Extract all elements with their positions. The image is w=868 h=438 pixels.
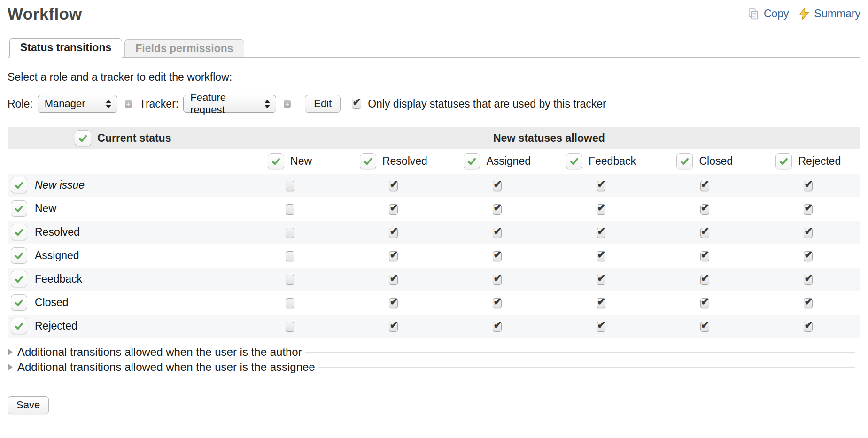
lightning-icon: [798, 8, 810, 20]
transition-cell: [757, 268, 860, 291]
transition-checkbox[interactable]: [286, 204, 294, 215]
check-all-button[interactable]: [11, 271, 27, 287]
transition-checkbox[interactable]: [804, 275, 813, 285]
transition-checkbox[interactable]: [493, 181, 502, 191]
transition-checkbox[interactable]: [804, 251, 813, 261]
table-row: Resolved: [8, 221, 860, 244]
transition-cell: [445, 244, 549, 268]
transition-checkbox[interactable]: [493, 228, 502, 238]
check-all-button[interactable]: [775, 153, 792, 169]
transition-checkbox[interactable]: [700, 322, 709, 332]
check-all-button[interactable]: [11, 177, 27, 193]
transition-checkbox[interactable]: [389, 322, 398, 332]
transition-checkbox[interactable]: [286, 251, 294, 261]
role-select[interactable]: Manager: [38, 95, 117, 113]
tab-fields-permissions[interactable]: Fields permissions: [124, 39, 244, 58]
check-all-button[interactable]: [360, 153, 376, 169]
transition-checkbox[interactable]: [804, 204, 813, 215]
transition-checkbox[interactable]: [493, 322, 502, 332]
column-header: Rejected: [757, 149, 860, 174]
transition-checkbox[interactable]: [493, 204, 502, 215]
transition-checkbox[interactable]: [389, 181, 398, 191]
green-check-icon: [14, 321, 24, 331]
transition-checkbox[interactable]: [389, 251, 398, 261]
transition-checkbox[interactable]: [286, 298, 294, 308]
column-header-label: Assigned: [486, 155, 531, 168]
table-row: Closed: [8, 291, 860, 315]
copy-link[interactable]: Copy: [747, 8, 789, 20]
green-check-icon: [271, 156, 281, 166]
green-check-icon: [14, 298, 24, 307]
check-all-button[interactable]: [75, 130, 91, 146]
transition-checkbox[interactable]: [493, 251, 502, 261]
only-display-checkbox[interactable]: [352, 99, 361, 109]
table-row: New: [8, 197, 860, 221]
transition-checkbox[interactable]: [286, 228, 294, 238]
check-all-button[interactable]: [676, 153, 693, 169]
transition-checkbox[interactable]: [389, 228, 398, 238]
green-check-icon: [14, 180, 24, 190]
transition-checkbox[interactable]: [804, 322, 813, 332]
transition-checkbox[interactable]: [597, 181, 605, 191]
check-all-button[interactable]: [566, 153, 582, 169]
transition-cell: [549, 315, 653, 338]
expand-role-select-icon[interactable]: +: [125, 100, 132, 108]
transition-checkbox[interactable]: [700, 275, 709, 285]
check-all-button[interactable]: [11, 247, 27, 264]
check-all-button[interactable]: [11, 200, 27, 217]
transition-checkbox[interactable]: [597, 298, 605, 308]
transition-checkbox[interactable]: [597, 204, 605, 215]
table-row: New issue: [8, 174, 860, 197]
transition-cell: [549, 291, 653, 315]
contextual-actions: Copy Summary: [747, 8, 860, 20]
transition-checkbox[interactable]: [700, 251, 709, 261]
transition-checkbox[interactable]: [493, 275, 502, 285]
tracker-select[interactable]: Feature request: [183, 95, 276, 113]
transition-cell: [549, 174, 653, 197]
check-all-button[interactable]: [268, 153, 284, 169]
transition-checkbox[interactable]: [286, 275, 294, 285]
tab-status-transitions[interactable]: Status transitions: [9, 38, 122, 58]
transition-checkbox[interactable]: [286, 322, 294, 332]
edit-button[interactable]: Edit: [305, 95, 341, 113]
summary-link[interactable]: Summary: [798, 8, 860, 20]
check-all-button[interactable]: [11, 318, 27, 334]
transition-cell: [445, 315, 549, 338]
column-header: Feedback: [549, 149, 653, 174]
transition-checkbox[interactable]: [700, 298, 709, 308]
collapsed-arrow-icon[interactable]: [8, 363, 13, 371]
current-status-header-label: Current status: [97, 132, 171, 145]
author-transitions-label[interactable]: Additional transitions allowed when the …: [17, 346, 302, 359]
collapsed-arrow-icon[interactable]: [8, 348, 13, 356]
transition-checkbox[interactable]: [804, 228, 813, 238]
transition-checkbox[interactable]: [389, 204, 398, 215]
transition-checkbox[interactable]: [597, 251, 605, 261]
transition-cell: [653, 315, 757, 338]
transition-cell: [342, 315, 446, 338]
transition-checkbox[interactable]: [286, 181, 294, 191]
transition-checkbox[interactable]: [389, 275, 398, 285]
transition-checkbox[interactable]: [389, 298, 398, 308]
status-name: New issue: [35, 179, 85, 192]
save-button[interactable]: Save: [8, 396, 49, 414]
transition-checkbox[interactable]: [597, 275, 605, 285]
transition-checkbox[interactable]: [597, 322, 605, 332]
transition-checkbox[interactable]: [597, 228, 605, 238]
transition-checkbox[interactable]: [493, 298, 502, 308]
check-all-button[interactable]: [464, 153, 480, 169]
transition-cell: [757, 197, 860, 221]
status-name: Resolved: [35, 226, 80, 238]
transition-checkbox[interactable]: [804, 181, 813, 191]
transition-checkbox[interactable]: [804, 298, 813, 308]
role-label: Role:: [8, 98, 33, 110]
transition-cell: [238, 291, 342, 315]
transition-checkbox[interactable]: [700, 204, 709, 215]
transition-checkbox[interactable]: [700, 181, 709, 191]
assignee-transitions-label[interactable]: Additional transitions allowed when the …: [17, 361, 315, 374]
current-status-cell: New: [8, 197, 238, 221]
assignee-transitions-toggle: Additional transitions allowed when the …: [8, 360, 860, 375]
transition-checkbox[interactable]: [700, 228, 709, 238]
check-all-button[interactable]: [11, 294, 27, 311]
check-all-button[interactable]: [11, 224, 27, 240]
expand-tracker-select-icon[interactable]: +: [284, 100, 291, 108]
